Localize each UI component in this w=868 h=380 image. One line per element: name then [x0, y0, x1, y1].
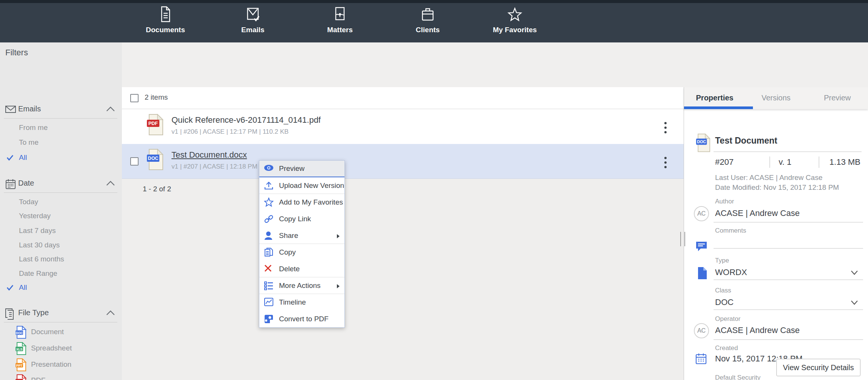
filter-item-document[interactable]: DOCDocument [0, 325, 122, 339]
file-name[interactable]: Test Document.docx [171, 150, 247, 160]
menu-item-label: Copy Link [279, 215, 311, 223]
filter-item-all[interactable]: All [0, 280, 122, 295]
select-all-checkbox[interactable] [130, 94, 139, 102]
filter-item-last-7-days[interactable]: Last 7 days [0, 224, 122, 238]
file-meta: v1 | #206 | ACASE | 12:17 PM | 110.2 KB [171, 128, 288, 136]
filter-item-yesterday[interactable]: Yesterday [0, 209, 122, 223]
filter-item-all[interactable]: All [0, 150, 122, 165]
menu-item-copy-link[interactable]: Copy Link [259, 211, 344, 227]
separator [819, 156, 819, 168]
svg-text:DOC: DOC [16, 331, 23, 335]
puzzle-icon [264, 314, 274, 324]
context-menu: PreviewUpload New VersionAdd to My Favor… [259, 160, 345, 328]
filter-section-date[interactable]: Date [0, 176, 122, 192]
chevron-up-icon[interactable] [106, 106, 115, 113]
filter-item-spreadsheet[interactable]: XLSSpreadsheet [0, 341, 122, 355]
menu-item-convert-to-pdf[interactable]: Convert to PDF [259, 311, 344, 327]
check-icon [6, 154, 14, 163]
link-icon [264, 214, 274, 224]
menu-item-preview[interactable]: Preview [259, 161, 344, 177]
type-label: Type [715, 257, 729, 264]
filter-item-label: Last 7 days [19, 227, 56, 235]
menu-item-timeline[interactable]: Timeline [259, 294, 344, 311]
nav-item-clients[interactable]: Clients [394, 5, 462, 41]
panel-tabs: PropertiesVersionsPreview [684, 87, 868, 109]
comments-label: Comments [715, 227, 746, 235]
class-value[interactable]: DOC [715, 297, 734, 307]
nav-item-matters[interactable]: Matters [306, 5, 374, 41]
filter-section-file-type[interactable]: File Type [0, 305, 122, 322]
file-xls-icon: XLS [15, 342, 26, 357]
filter-item-last-6-months[interactable]: Last 6 months [0, 252, 122, 266]
menu-item-delete[interactable]: Delete [259, 261, 344, 277]
nav-item-my-favorites[interactable]: My Favorites [481, 5, 549, 41]
menu-item-label: Share [279, 231, 298, 240]
svg-text:DOC: DOC [697, 139, 706, 144]
menu-item-add-to-my-favorites[interactable]: Add to My Favorites [259, 194, 344, 211]
chevron-up-icon[interactable] [106, 310, 115, 317]
tab-properties[interactable]: Properties [684, 87, 745, 109]
file-ppt-icon: PPT [15, 358, 26, 373]
list-header: 2 items [122, 87, 684, 109]
file-name[interactable]: Quick Reference-v6-20171114_0141.pdf [171, 115, 321, 125]
type-chevron-down-icon[interactable] [851, 270, 858, 277]
file-meta: v1 | #207 | ACASE | 12:18 PM [171, 163, 257, 170]
filter-item-pdf[interactable]: PDFPDF [0, 373, 122, 380]
row-kebab-icon[interactable] [664, 121, 667, 136]
created-label: Created [715, 344, 738, 352]
menu-item-more-actions[interactable]: More Actions [259, 277, 344, 294]
operator-underline [714, 339, 863, 340]
submenu-arrow-icon [337, 233, 340, 240]
filter-item-date-range[interactable]: Date Range [0, 266, 122, 281]
operator-value[interactable]: ACASE | Andrew Case [715, 325, 799, 335]
filter-item-label: Last 6 months [19, 255, 64, 263]
nav-clients-icon [419, 5, 437, 25]
filter-item-label: From me [19, 124, 48, 132]
chevron-up-icon[interactable] [106, 180, 115, 188]
filter-item-label: Presentation [31, 360, 72, 369]
menu-item-label: Delete [279, 265, 300, 273]
svg-text:PPT: PPT [16, 364, 23, 367]
nav-item-label: Emails [219, 26, 287, 34]
svg-text:PDF: PDF [148, 121, 158, 126]
class-chevron-down-icon[interactable] [851, 300, 858, 307]
nav-item-label: Clients [394, 26, 462, 34]
menu-item-copy[interactable]: Copy [259, 244, 344, 261]
svg-text:XLS: XLS [16, 347, 23, 351]
type-doc-icon [697, 267, 707, 281]
pagination: 1 - 2 of 2 [143, 185, 171, 193]
row-checkbox[interactable] [130, 157, 139, 166]
nav-item-emails[interactable]: Emails [219, 5, 287, 41]
filter-item-label: Date Range [19, 269, 57, 278]
filter-item-label: Today [19, 198, 38, 206]
default-security-label: Default Security [715, 374, 760, 380]
menu-item-share[interactable]: Share [259, 227, 344, 244]
created-calendar-icon [695, 353, 707, 366]
view-security-details-button[interactable]: View Security Details [776, 359, 860, 376]
filter-item-presentation[interactable]: PPTPresentation [0, 357, 122, 372]
filter-item-label: PDF [31, 376, 45, 380]
file-row[interactable]: DOCTest Document.docxv1 | #207 | ACASE |… [122, 144, 684, 179]
author-value[interactable]: ACASE | Andrew Case [715, 208, 799, 218]
person-icon [264, 231, 274, 241]
row-kebab-icon[interactable] [664, 156, 667, 170]
menu-item-upload-new-version[interactable]: Upload New Version [259, 177, 344, 194]
class-label: Class [715, 287, 731, 294]
filter-item-today[interactable]: Today [0, 195, 122, 209]
filter-item-to-me[interactable]: To me [0, 135, 122, 150]
tab-preview[interactable]: Preview [807, 87, 868, 109]
filter-item-from-me[interactable]: From me [0, 120, 122, 135]
copy-icon [264, 247, 274, 257]
content-header: (1000 - Enron)_WS1 (1000 - 004)_Document… [122, 42, 868, 87]
nav-item-documents[interactable]: Documents [131, 5, 199, 41]
type-value[interactable]: WORDX [715, 267, 747, 277]
panel-resize-handle[interactable] [680, 232, 685, 246]
delete-icon [264, 264, 274, 274]
filter-section-emails[interactable]: Emails [0, 102, 122, 118]
file-row[interactable]: PDFQuick Reference-v6-20171114_0141.pdfv… [122, 109, 684, 144]
operator-label: Operator [715, 315, 740, 323]
timeline-icon [264, 297, 274, 307]
tab-versions[interactable]: Versions [745, 87, 807, 109]
document-number: #207 [715, 157, 734, 167]
filter-item-last-30-days[interactable]: Last 30 days [0, 238, 122, 252]
